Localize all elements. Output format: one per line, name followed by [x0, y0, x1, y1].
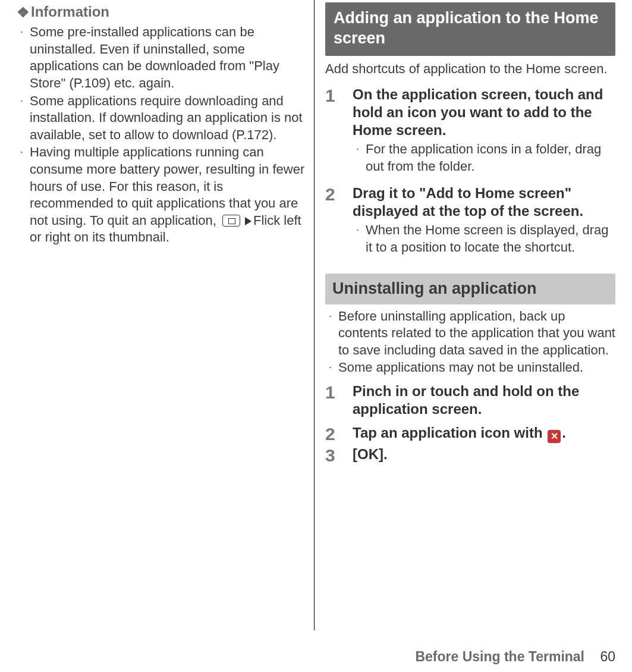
diamond-icon: ❖ — [17, 4, 30, 20]
bullet-icon: ･ — [353, 141, 362, 175]
info-text: Having multiple applications running can… — [30, 144, 307, 246]
notes-list: ･ Before uninstalling application, back … — [325, 308, 615, 376]
bullet-icon: ･ — [325, 359, 335, 376]
step-title-pre: Tap an application icon with — [353, 425, 546, 441]
step-title-post: . — [562, 425, 566, 441]
bullet-icon: ･ — [17, 93, 26, 144]
step: 2 Drag it to "Add to Home screen" displa… — [325, 184, 615, 256]
note-text: Before uninstalling application, back up… — [338, 308, 615, 359]
delete-badge-icon: ✕ — [548, 430, 561, 443]
step: 3 [OK]. — [325, 445, 615, 464]
section-intro: Add shortcuts of application to the Home… — [325, 61, 615, 78]
step-sub: ･ For the application icons in a folder,… — [353, 141, 615, 175]
step-title: Tap an application icon with ✕. — [353, 424, 615, 443]
bullet-icon: ･ — [325, 308, 335, 359]
step-number: 3 — [325, 445, 339, 464]
step-number: 1 — [325, 86, 339, 175]
step-sub-text: For the application icons in a folder, d… — [366, 141, 615, 175]
step-title: Drag it to "Add to Home screen" displaye… — [353, 184, 615, 220]
step: 2 Tap an application icon with ✕. — [325, 424, 615, 443]
footer-chapter: Before Using the Terminal — [415, 649, 584, 664]
info-item: ･ Having multiple applications running c… — [17, 144, 307, 246]
step-sub: ･ When the Home screen is displayed, dra… — [353, 222, 615, 256]
step-number: 2 — [325, 424, 339, 443]
info-text: Some pre-installed applications can be u… — [30, 24, 307, 92]
step-number: 2 — [325, 184, 339, 256]
section-heading-add-application: Adding an application to the Home screen — [325, 2, 615, 56]
footer: Before Using the Terminal 60 — [415, 648, 615, 666]
info-item: ･ Some applications require downloading … — [17, 93, 307, 144]
step-title: On the application screen, touch and hol… — [353, 86, 615, 139]
step-title: [OK]. — [353, 445, 615, 463]
play-icon — [245, 217, 251, 225]
bullet-icon: ･ — [17, 144, 26, 246]
info-text: Some applications require downloading an… — [30, 93, 307, 144]
page-number: 60 — [600, 649, 615, 664]
information-header: ❖Information — [17, 2, 307, 21]
note-text: Some applications may not be uninstalled… — [338, 359, 583, 376]
ok-label: OK — [357, 446, 379, 462]
bullet-icon: ･ — [17, 24, 26, 92]
step-number: 1 — [325, 382, 339, 418]
step-sub-text: When the Home screen is displayed, drag … — [366, 222, 615, 256]
step: 1 On the application screen, touch and h… — [325, 86, 615, 175]
information-title: Information — [31, 4, 109, 20]
recent-apps-icon — [222, 215, 240, 227]
information-list: ･ Some pre-installed applications can be… — [17, 24, 307, 246]
step: 1 Pinch in or touch and hold on the appl… — [325, 382, 615, 418]
note-item: ･ Some applications may not be uninstall… — [325, 359, 615, 376]
section-heading-uninstall: Uninstalling an application — [325, 274, 615, 304]
bullet-icon: ･ — [353, 222, 362, 256]
step-title: Pinch in or touch and hold on the applic… — [353, 382, 615, 418]
info-item: ･ Some pre-installed applications can be… — [17, 24, 307, 92]
note-item: ･ Before uninstalling application, back … — [325, 308, 615, 359]
